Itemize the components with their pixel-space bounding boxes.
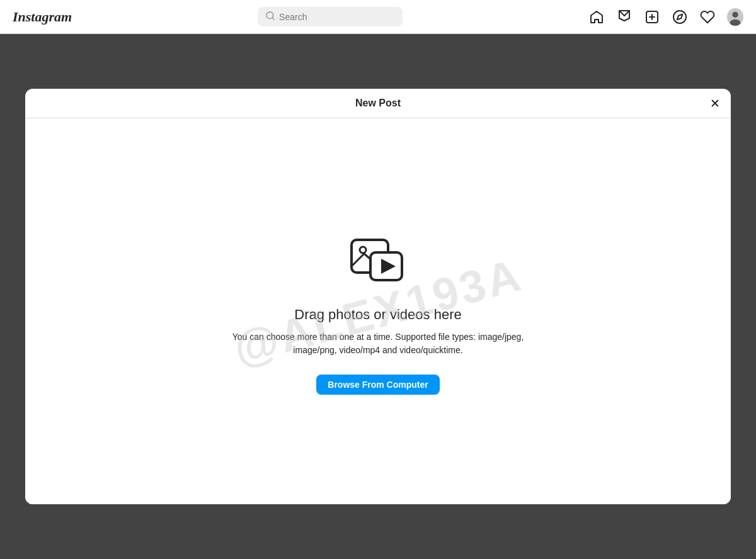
svg-point-8 [673,11,686,23]
avatar [727,8,743,26]
svg-point-10 [732,11,738,17]
home-icon[interactable] [588,9,605,25]
svg-line-1 [272,18,274,20]
modal-header: New Post [25,89,731,118]
svg-point-11 [730,19,741,25]
browse-from-computer-button[interactable]: Browse From Computer [316,375,439,395]
search-input[interactable] [279,12,395,22]
svg-line-4 [624,11,629,16]
explore-icon[interactable] [672,9,688,25]
media-icon [346,229,410,291]
new-post-modal: New Post @ALEX193A [25,89,731,504]
instagram-logo: Instagram [13,9,72,25]
navbar: Instagram [0,0,756,34]
modal-body: @ALEX193A Drag [25,118,731,504]
supported-text: You can choose more than one at a time. … [214,330,542,357]
modal-overlay: New Post @ALEX193A [0,34,756,559]
close-button[interactable] [709,98,721,109]
nav-icons [588,9,743,25]
drag-text: Drag photos or videos here [294,307,461,323]
create-icon[interactable] [644,9,660,25]
page-background: New Post @ALEX193A [0,34,756,559]
messenger-icon[interactable] [616,9,633,25]
search-icon [265,11,275,23]
svg-line-3 [619,11,624,16]
modal-title: New Post [355,98,401,109]
heart-icon[interactable] [699,9,716,25]
search-bar[interactable] [258,7,403,26]
svg-marker-9 [677,14,682,19]
profile-avatar-nav[interactable] [727,9,743,25]
